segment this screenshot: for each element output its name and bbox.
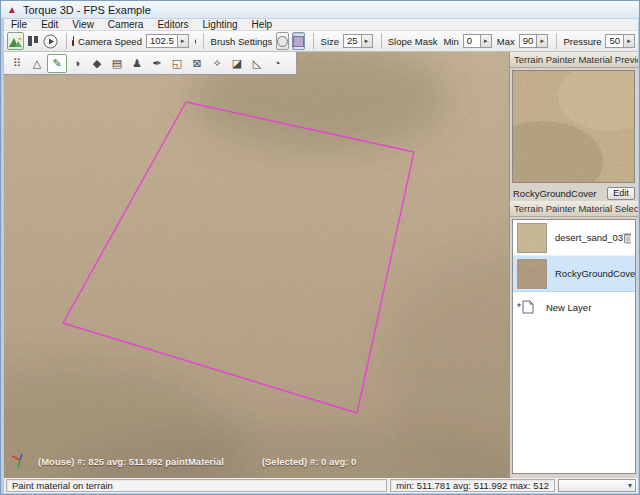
- height-stats: min: 511.781 avg: 511.992 max: 512: [390, 479, 555, 492]
- tool-stamp[interactable]: ♟: [127, 54, 147, 73]
- desert-sand-thumbnail: [517, 223, 547, 253]
- slope-max-spin-arrow[interactable]: ▸: [536, 35, 547, 47]
- ellipse-brush-button[interactable]: [276, 32, 289, 50]
- paint-material-icon: ✎: [52, 57, 61, 70]
- play-icon: [43, 34, 58, 49]
- material-row-rocky-ground-cover[interactable]: RockyGroundCover: [513, 256, 635, 292]
- new-layer-row[interactable]: * New Layer: [513, 292, 635, 322]
- rocky-ground-cover-thumbnail: [517, 259, 547, 289]
- pressure-spin-arrow[interactable]: ▸: [623, 35, 634, 47]
- flatten-icon: ◱: [172, 57, 182, 70]
- dropdown-arrow-icon: ▾: [628, 481, 632, 490]
- tool-flatten[interactable]: ◱: [167, 54, 187, 73]
- torque-logo-icon: ▲: [5, 4, 18, 16]
- tool-material-sphere[interactable]: ◔: [267, 54, 287, 73]
- axis-gizmo-icon: [10, 452, 28, 470]
- svg-text:★: ★: [17, 35, 23, 42]
- terrain-painter-panel: Terrain Painter Material Preview RockyGr…: [509, 52, 638, 478]
- camera-speed-spinner: 102.5 ▸: [146, 34, 189, 48]
- pressure-input[interactable]: 50: [606, 35, 623, 47]
- visibility-eye-icon[interactable]: [194, 36, 197, 47]
- tool-clear-terrain[interactable]: ⊠: [187, 54, 207, 73]
- size-label: Size: [321, 36, 339, 47]
- camera-icon: [71, 35, 74, 47]
- status-dropdown[interactable]: ▾: [558, 479, 636, 492]
- mouse-brush-stats: (Mouse) #: 825 avg: 511.992 paintMateria…: [38, 456, 224, 467]
- stamp-icon: ♟: [132, 57, 142, 70]
- window-title: Torque 3D - FPS Example: [23, 4, 151, 16]
- pressure-spinner: 50 ▸: [605, 34, 635, 48]
- slope-mask-label: Slope Mask: [388, 36, 438, 47]
- tool-ramp[interactable]: ◺: [247, 54, 267, 73]
- tool-set-height[interactable]: ▤: [107, 54, 127, 73]
- tool-grab-terrain[interactable]: ⠿: [7, 54, 27, 73]
- material-list: desert_sand_03: [512, 219, 636, 474]
- selected-brush-stats: (Selected) #: 0 avg: 0: [262, 456, 357, 467]
- camera-speed-spin-arrow[interactable]: ▸: [177, 35, 188, 47]
- raise-height-icon: △: [33, 57, 41, 70]
- material-preview-image: [512, 70, 635, 183]
- eraser-icon: ◪: [232, 57, 242, 70]
- ellipse-brush-icon: [277, 36, 288, 47]
- delete-material-icon[interactable]: [623, 232, 631, 244]
- tool-raise-height[interactable]: △: [27, 54, 47, 73]
- material-selector-header: Terrain Painter Material Selector: [510, 201, 638, 217]
- size-spin-arrow[interactable]: ▸: [361, 35, 372, 47]
- material-preview-header: Terrain Painter Material Preview: [510, 52, 638, 68]
- box-brush-button[interactable]: [292, 32, 305, 50]
- camera-speed-label: Camera Speed: [78, 36, 142, 47]
- grab-terrain-icon: ⠿: [13, 57, 21, 70]
- status-message: Paint material on terrain: [6, 479, 387, 492]
- brush-settings-label: Brush Settings: [211, 36, 273, 47]
- slope-max-input[interactable]: 90: [520, 35, 537, 47]
- menu-view[interactable]: View: [65, 19, 101, 31]
- airbrush-icon: ✧: [212, 57, 221, 70]
- material-sphere-icon: ◔: [274, 57, 281, 69]
- menu-file[interactable]: File: [4, 19, 34, 31]
- tool-eraser[interactable]: ◪: [227, 54, 247, 73]
- paint-dirt-icon: ◆: [93, 57, 101, 70]
- terrain-viewport[interactable]: ⠿ △ ✎ ◑ ◆ ▤ ♟ ✒ ◱ ⊠ ✧ ◪ ◺ ◔ (Mouse) #: 8…: [4, 52, 509, 478]
- slope-min-spinner: 0 ▸: [463, 34, 492, 48]
- menu-help[interactable]: Help: [245, 19, 280, 31]
- slope-max-spinner: 90 ▸: [519, 34, 549, 48]
- terrain-tool-palette: ⠿ △ ✎ ◑ ◆ ▤ ♟ ✒ ◱ ⊠ ✧ ◪ ◺ ◔: [4, 52, 297, 75]
- menu-lighting[interactable]: Lighting: [196, 19, 245, 31]
- active-material-name: RockyGroundCover: [513, 188, 607, 199]
- menu-editors[interactable]: Editors: [150, 19, 195, 31]
- terrain-render: [4, 52, 509, 478]
- material-row-desert-sand[interactable]: desert_sand_03: [513, 220, 635, 256]
- slope-min-label: Min: [443, 36, 458, 47]
- main-toolbar: ★ Camera Speed 102.5 ▸: [4, 31, 638, 52]
- new-layer-asterisk: *: [517, 302, 521, 313]
- material-name-label: desert_sand_03: [555, 232, 623, 243]
- title-bar[interactable]: ▲ Torque 3D - FPS Example: [1, 1, 640, 19]
- box-brush-icon: [293, 36, 304, 47]
- new-layer-page-icon: [522, 300, 534, 314]
- viewport-stats-overlay: (Mouse) #: 825 avg: 511.992 paintMateria…: [10, 452, 356, 470]
- pressure-label: Pressure: [563, 36, 601, 47]
- play-game-button[interactable]: [42, 32, 59, 50]
- tool-feather[interactable]: ✒: [147, 54, 167, 73]
- gui-editor-button[interactable]: [26, 32, 40, 50]
- new-layer-label: New Layer: [546, 302, 591, 313]
- app-window: ▲ Torque 3D - FPS Example File Edit View…: [0, 0, 640, 495]
- tool-paint-dirt[interactable]: ◆: [87, 54, 107, 73]
- camera-speed-input[interactable]: 102.5: [147, 35, 177, 47]
- slope-min-spin-arrow[interactable]: ▸: [480, 35, 491, 47]
- ramp-icon: ◺: [253, 57, 261, 70]
- feather-icon: ✒: [152, 57, 161, 70]
- tool-paint-material[interactable]: ✎: [47, 54, 67, 73]
- tool-airbrush[interactable]: ✧: [207, 54, 227, 73]
- slope-min-input[interactable]: 0: [464, 35, 480, 47]
- size-spinner: 25 ▸: [343, 34, 373, 48]
- set-height-icon: ▤: [112, 57, 122, 70]
- world-editor-button[interactable]: ★: [7, 32, 24, 50]
- menu-edit[interactable]: Edit: [34, 19, 65, 31]
- menu-camera[interactable]: Camera: [101, 19, 151, 31]
- edit-material-button[interactable]: Edit: [607, 187, 635, 200]
- material-name-label: RockyGroundCover: [555, 268, 636, 279]
- size-input[interactable]: 25: [344, 35, 361, 47]
- menu-bar: File Edit View Camera Editors Lighting H…: [4, 19, 638, 31]
- tool-smooth[interactable]: ◑: [67, 54, 87, 73]
